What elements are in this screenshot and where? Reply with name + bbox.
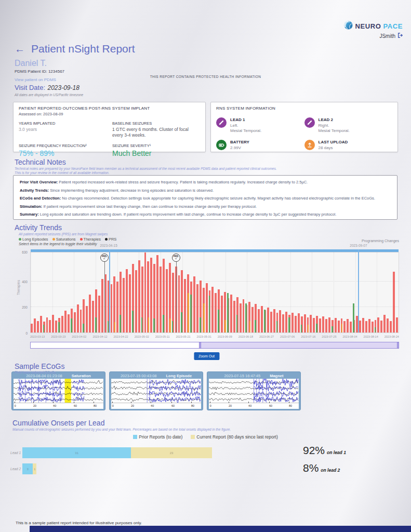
- activity-plot-area: PRSx1PRSx1: [30, 252, 399, 333]
- seizure-frequency-value: 75% - 89%: [19, 149, 112, 157]
- x-axis-labels: 2023-03-132023-03-232023-04-022023-04-12…: [30, 335, 399, 338]
- programming-change-date-2: 2023-09-07: [340, 244, 377, 247]
- lead2-prior-bar: 3: [22, 463, 33, 474]
- x-tick-label: 2023-08-14: [364, 335, 378, 338]
- day-column: [200, 252, 202, 332]
- lead-icon: [216, 117, 227, 128]
- day-column: [377, 252, 379, 332]
- x-tick-label: 2023-08-24: [385, 335, 399, 338]
- day-column: [230, 252, 232, 332]
- rns-panel: RNS SYSTEM INFORMATION LEAD 1 Left. Mesi…: [210, 102, 398, 152]
- long-episodes-bar: [153, 318, 155, 332]
- patient-pdms-id: PDMS Patient ID: 1234567: [15, 69, 64, 74]
- ecog-trace: 020406080: [209, 379, 299, 409]
- x-tick-label: 2023-05-02: [135, 335, 149, 338]
- long-episodes-bar: [43, 325, 45, 332]
- x-tick-label: 2023-05-11: [155, 335, 170, 338]
- seizure-frequency-label: SEIZURE FREQUENCY REDUCTION²: [19, 143, 112, 148]
- therapies-bar: [343, 321, 346, 332]
- therapies-bar: [282, 314, 284, 332]
- long-episodes-bar: [141, 317, 143, 332]
- legend-prior-reports: Prior Reports (to date): [133, 434, 182, 440]
- phi-notice: THIS REPORT CONTAINS PROTECTED HEALTH IN…: [0, 75, 411, 78]
- technical-notes-box: Prior Visit Overview: Patient reported i…: [13, 175, 397, 220]
- day-column: [129, 252, 131, 332]
- long-episodes-bar: [190, 295, 192, 332]
- chart-range-slider[interactable]: [30, 342, 399, 349]
- day-column: [126, 252, 128, 332]
- years-implanted-value: 3.0 years: [19, 127, 104, 132]
- ecog-time-axis: 020406080: [209, 403, 299, 409]
- day-column: [71, 252, 73, 332]
- therapies-bar: [46, 317, 48, 332]
- therapies-bar: [123, 278, 125, 332]
- slider-selected-range[interactable]: [200, 342, 399, 348]
- lead1-percent: 92% on lead 1: [303, 444, 346, 457]
- activity-chart: Programming Changes 2023-04-15 2023-09-0…: [13, 236, 400, 364]
- therapies-bar: [150, 258, 152, 332]
- slider-handle-right[interactable]: [397, 342, 399, 349]
- logout-icon[interactable]: [397, 33, 403, 39]
- therapies-bar: [126, 269, 128, 332]
- day-column: [383, 252, 386, 332]
- day-column: [163, 252, 165, 332]
- day-column: [135, 252, 137, 332]
- ecog-time-axis: 020406080: [14, 403, 103, 409]
- ecog-card-long-episode: 2023-07-15 00:43:08 Long Episode 0204060…: [109, 371, 203, 410]
- day-column: [332, 252, 334, 332]
- note-summary: Summary: Long episode and saturation are…: [20, 212, 391, 217]
- visit-date-label: Visit Date:: [15, 84, 45, 91]
- day-column: [196, 252, 198, 332]
- therapies-bar: [211, 287, 214, 332]
- day-column: [89, 252, 91, 332]
- long-episodes-bar: [332, 326, 333, 332]
- day-column: [350, 252, 352, 332]
- therapies-bar: [80, 310, 82, 332]
- long-episodes-bar: [58, 322, 60, 332]
- therapies-bar: [156, 255, 158, 332]
- day-column: [77, 252, 79, 332]
- day-column: [301, 252, 303, 332]
- zoom-out-button[interactable]: Zoom Out: [194, 352, 219, 360]
- day-column: [387, 252, 389, 332]
- long-episodes-bar: [163, 315, 164, 332]
- long-episodes-bar: [236, 315, 238, 332]
- day-column: [40, 252, 42, 332]
- day-column: [310, 252, 312, 332]
- day-column: [64, 252, 67, 332]
- slider-handle-left[interactable]: [199, 342, 201, 349]
- long-episodes-bar: [120, 315, 121, 332]
- therapies-bar: [377, 317, 379, 332]
- day-column: [160, 252, 162, 332]
- x-tick-label: 2023-03-13: [30, 335, 45, 338]
- day-column: [74, 252, 76, 332]
- therapies-bar: [273, 309, 275, 332]
- day-column: [276, 252, 279, 332]
- rns-item-lead2: LEAD 2 Right. Mesial Temporal.: [304, 117, 393, 133]
- y-tick-label: 630: [15, 250, 28, 254]
- programming-change-line: [109, 249, 110, 332]
- therapies-bar: [362, 318, 364, 332]
- day-column: [365, 252, 367, 332]
- sample-ecogs-heading: Sample ECoGs: [15, 362, 64, 370]
- baseline-seizures-label: BASELINE SEIZURES: [112, 121, 200, 126]
- rns-item-lead1: LEAD 1 Left. Mesial Temporal.: [216, 117, 304, 133]
- day-column: [37, 252, 39, 332]
- back-button[interactable]: ←: [15, 44, 25, 54]
- day-column: [282, 252, 284, 332]
- day-column: [307, 252, 309, 332]
- long-episodes-bar: [200, 317, 201, 332]
- neuropace-logo-icon: [344, 21, 353, 32]
- day-column: [288, 252, 290, 332]
- brand-neuro: NEURO: [355, 22, 381, 30]
- day-column: [98, 252, 100, 332]
- therapies-bar: [129, 274, 131, 332]
- x-tick-label: 2023-03-23: [51, 335, 65, 338]
- therapies-bar: [230, 295, 232, 332]
- day-column: [169, 252, 171, 332]
- long-episodes-bar: [227, 293, 229, 332]
- day-column: [211, 252, 214, 332]
- day-column: [58, 252, 60, 332]
- day-column: [295, 252, 297, 332]
- therapies-bar: [350, 322, 352, 332]
